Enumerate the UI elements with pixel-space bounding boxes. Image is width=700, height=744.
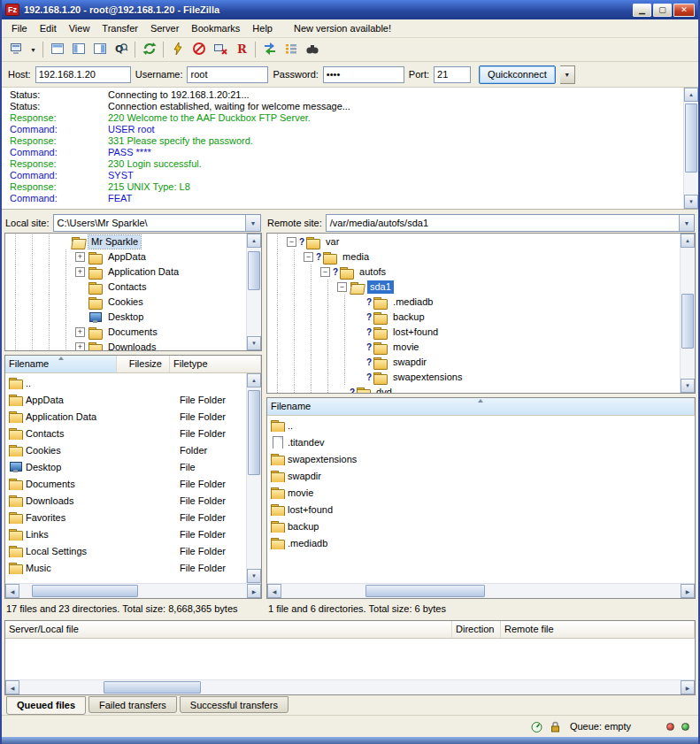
local-file-row-favorites[interactable]: FavoritesFile Folder <box>5 509 246 525</box>
maximize-button[interactable]: ▢ <box>653 4 672 17</box>
remote-file-row-swapextensions[interactable]: swapextensions <box>267 450 695 467</box>
queue-body[interactable] <box>5 639 695 679</box>
host-input[interactable] <box>35 66 131 83</box>
menu-edit[interactable]: Edit <box>34 21 63 35</box>
local-tree-item-downloads[interactable]: +Downloads <box>5 340 246 350</box>
menu-new-version-available[interactable]: New version available! <box>288 21 397 35</box>
toggle-remote-tree-button[interactable] <box>89 40 110 59</box>
local-file-row-local-settings[interactable]: Local SettingsFile Folder <box>5 542 246 559</box>
remote-tree-item-lost-found[interactable]: ?lost+found <box>267 325 680 340</box>
cancel-button[interactable] <box>188 40 209 59</box>
remote-tree-item-mediadb[interactable]: ?.mediadb <box>267 295 680 310</box>
local-file-row-up[interactable]: .. <box>5 374 246 391</box>
local-tree-item-desktop[interactable]: Desktop <box>5 310 246 325</box>
queue-column-header-direction[interactable]: Direction <box>452 621 501 638</box>
local-file-row-music[interactable]: MusicFile Folder <box>5 559 246 576</box>
scroll-up-arrow-icon[interactable]: ▲ <box>247 373 261 387</box>
scroll-track[interactable] <box>247 248 261 336</box>
directory-comparison-button[interactable] <box>259 40 280 59</box>
local-tree-item-documents[interactable]: +Documents <box>5 325 246 340</box>
remote-tree-item-dvd[interactable]: ?dvd <box>267 385 680 393</box>
local-tree-item-cookies[interactable]: Cookies <box>5 295 246 310</box>
synchronized-browsing-button[interactable] <box>281 40 301 59</box>
title-bar[interactable]: Fz 192.168.1.20 - root@192.168.1.20 - Fi… <box>2 0 698 19</box>
remote-tree-scrollbar[interactable]: ▲▼ <box>680 234 695 393</box>
local-column-header-filetype[interactable]: Filetype <box>170 356 261 372</box>
remote-tree-item-backup[interactable]: ?backup <box>267 310 680 325</box>
scroll-track[interactable] <box>247 387 261 569</box>
minimize-button[interactable]: ▁ <box>633 4 651 17</box>
menu-server[interactable]: Server <box>144 21 185 35</box>
port-input[interactable] <box>434 66 471 83</box>
reconnect-button[interactable]: R <box>231 40 251 59</box>
local-list-hscrollbar[interactable]: ◀▶ <box>5 583 261 598</box>
local-tree-scrollbar[interactable]: ▲▼ <box>246 234 261 350</box>
menu-view[interactable]: View <box>63 21 96 35</box>
scroll-left-arrow-icon[interactable]: ◀ <box>5 680 19 694</box>
toggle-message-log-button[interactable] <box>47 40 67 59</box>
local-file-row-contacts[interactable]: ContactsFile Folder <box>5 425 246 441</box>
remote-tree-item-autofs[interactable]: −?autofs <box>267 265 680 280</box>
menu-help[interactable]: Help <box>246 21 279 35</box>
remote-tree-item-swapdir[interactable]: ?swapdir <box>267 355 680 370</box>
expand-expander-icon[interactable]: + <box>75 327 85 337</box>
scroll-thumb[interactable] <box>685 104 697 173</box>
local-file-row-desktop[interactable]: DesktopFile <box>5 458 246 475</box>
collapse-expander-icon[interactable]: − <box>337 282 347 292</box>
disconnect-button[interactable] <box>210 40 230 59</box>
scroll-thumb[interactable] <box>365 585 485 597</box>
speed-gauge-icon[interactable] <box>529 719 544 734</box>
scroll-thumb[interactable] <box>681 294 694 349</box>
scroll-down-arrow-icon[interactable]: ▼ <box>681 379 695 393</box>
process-queue-button[interactable] <box>167 40 188 59</box>
scroll-thumb[interactable] <box>104 681 201 694</box>
message-log-scrollbar[interactable]: ▲▼ <box>683 88 698 209</box>
scroll-thumb[interactable] <box>248 390 260 475</box>
queue-column-header-server-local-file[interactable]: Server/Local file <box>5 621 452 638</box>
remote-site-combobox[interactable]: /var/media/autofs/sda1 ▼ <box>326 214 695 232</box>
site-manager-dropdown-button[interactable]: ▼ <box>27 40 39 59</box>
tab-successful-transfers[interactable]: Successful transfers <box>180 696 288 713</box>
scroll-up-arrow-icon[interactable]: ▲ <box>247 234 261 248</box>
remote-file-row-movie[interactable]: movie <box>267 484 695 501</box>
remote-list-hscrollbar[interactable]: ◀▶ <box>267 583 695 598</box>
scroll-up-arrow-icon[interactable]: ▲ <box>681 234 695 248</box>
scroll-right-arrow-icon[interactable]: ▶ <box>681 584 695 598</box>
menu-transfer[interactable]: Transfer <box>96 21 144 35</box>
local-column-header-filesize[interactable]: Filesize <box>117 356 170 372</box>
scroll-track[interactable] <box>19 680 681 694</box>
tab-failed-transfers[interactable]: Failed transfers <box>88 696 177 713</box>
remote-tree-item-var[interactable]: −?var <box>267 234 680 249</box>
queue-column-header-remote-file[interactable]: Remote file <box>501 621 695 638</box>
expand-expander-icon[interactable]: + <box>75 267 85 277</box>
local-site-combobox[interactable]: C:\Users\Mr Sparkle\ ▼ <box>53 214 261 232</box>
remote-site-dropdown-icon[interactable]: ▼ <box>679 215 694 231</box>
scroll-right-arrow-icon[interactable]: ▶ <box>247 584 261 598</box>
local-list-vscrollbar[interactable]: ▲▼ <box>246 373 261 583</box>
scroll-down-arrow-icon[interactable]: ▼ <box>247 569 261 583</box>
scroll-right-arrow-icon[interactable]: ▶ <box>681 680 695 694</box>
collapse-expander-icon[interactable]: − <box>304 252 313 262</box>
quickconnect-dropdown-button[interactable]: ▼ <box>560 65 575 84</box>
expand-expander-icon[interactable]: + <box>75 252 85 262</box>
local-file-row-cookies[interactable]: CookiesFolder <box>5 441 246 458</box>
tab-queued-files[interactable]: Queued files <box>6 696 86 715</box>
username-input[interactable] <box>187 66 268 83</box>
local-file-row-documents[interactable]: DocumentsFile Folder <box>5 475 246 492</box>
lock-icon[interactable] <box>548 719 563 734</box>
collapse-expander-icon[interactable]: − <box>287 237 296 247</box>
remote-file-row-titandev[interactable]: .titandev <box>267 433 695 450</box>
local-file-row-appdata[interactable]: AppDataFile Folder <box>5 391 246 408</box>
queue-hscrollbar[interactable]: ◀▶ <box>5 679 695 694</box>
scroll-up-arrow-icon[interactable]: ▲ <box>684 88 698 102</box>
refresh-button[interactable] <box>139 40 159 59</box>
scroll-track[interactable] <box>681 248 695 379</box>
remote-file-row-up[interactable]: .. <box>267 417 695 433</box>
remote-tree-item-movie[interactable]: ?movie <box>267 340 680 355</box>
remote-tree-item-media[interactable]: −?media <box>267 249 680 265</box>
scroll-left-arrow-icon[interactable]: ◀ <box>5 584 19 598</box>
quickconnect-button[interactable]: Quickconnect <box>479 65 556 84</box>
local-tree-item-contacts[interactable]: Contacts <box>5 280 246 295</box>
remote-file-row-swapdir[interactable]: swapdir <box>267 467 695 484</box>
local-site-dropdown-icon[interactable]: ▼ <box>245 215 260 231</box>
